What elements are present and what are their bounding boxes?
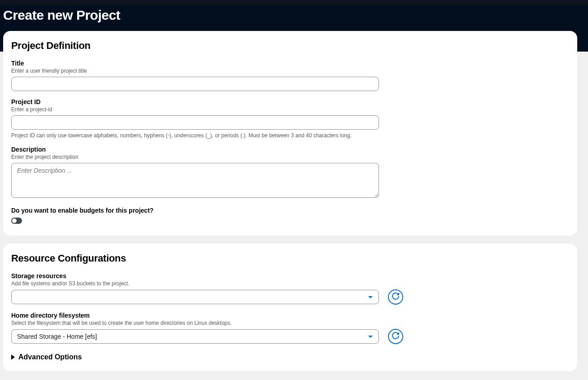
chevron-down-icon <box>368 293 373 301</box>
top-bar <box>0 0 588 5</box>
title-input[interactable] <box>11 77 379 91</box>
title-field: Title Enter a user friendly project titl… <box>11 60 569 91</box>
home-dir-select[interactable]: Shared Storage - Home [efs] <box>11 329 379 344</box>
budgets-toggle[interactable] <box>11 218 22 224</box>
project-id-label: Project ID <box>11 98 569 105</box>
chevron-down-icon <box>368 332 373 341</box>
project-id-hint: Enter a project-id <box>11 106 569 113</box>
storage-select[interactable] <box>11 290 379 304</box>
content-wrapper: Project Definition Title Enter a user fr… <box>0 31 588 371</box>
advanced-options-label: Advanced Options <box>18 353 82 361</box>
refresh-icon <box>392 332 399 341</box>
home-dir-select-value: Shared Storage - Home [efs] <box>17 333 373 340</box>
project-definition-title: Project Definition <box>11 40 569 52</box>
description-input[interactable] <box>11 163 379 198</box>
project-id-input[interactable] <box>11 115 379 130</box>
caret-right-icon <box>11 354 15 360</box>
refresh-icon <box>392 293 399 301</box>
project-id-help: Project ID can only use lowercase alphab… <box>11 132 569 139</box>
description-field: Description Enter the project descriptio… <box>11 146 569 200</box>
home-dir-hint: Select the filesystem that will be used … <box>11 320 569 326</box>
budgets-label: Do you want to enable budgets for this p… <box>11 207 569 214</box>
title-hint: Enter a user friendly project title <box>11 68 569 74</box>
description-hint: Enter the project description <box>11 154 569 160</box>
budgets-field: Do you want to enable budgets for this p… <box>11 207 569 226</box>
title-label: Title <box>11 60 569 67</box>
storage-field: Storage resources Add file systems and/o… <box>11 272 569 305</box>
home-dir-label: Home directory filesystem <box>11 312 569 319</box>
storage-refresh-button[interactable] <box>388 289 403 305</box>
resource-configurations-title: Resource Configurations <box>11 253 569 264</box>
home-dir-field: Home directory filesystem Select the fil… <box>11 312 569 344</box>
home-dir-refresh-button[interactable] <box>388 329 403 344</box>
resource-configurations-card: Resource Configurations Storage resource… <box>3 244 577 371</box>
storage-hint: Add file systems and/or S3 buckets to th… <box>11 280 569 287</box>
page-title: Create new Project <box>3 8 588 23</box>
advanced-options-toggle[interactable]: Advanced Options <box>11 353 569 361</box>
project-id-field: Project ID Enter a project-id Project ID… <box>11 98 569 139</box>
description-label: Description <box>11 146 569 153</box>
storage-label: Storage resources <box>11 272 569 280</box>
project-definition-card: Project Definition Title Enter a user fr… <box>3 31 577 236</box>
